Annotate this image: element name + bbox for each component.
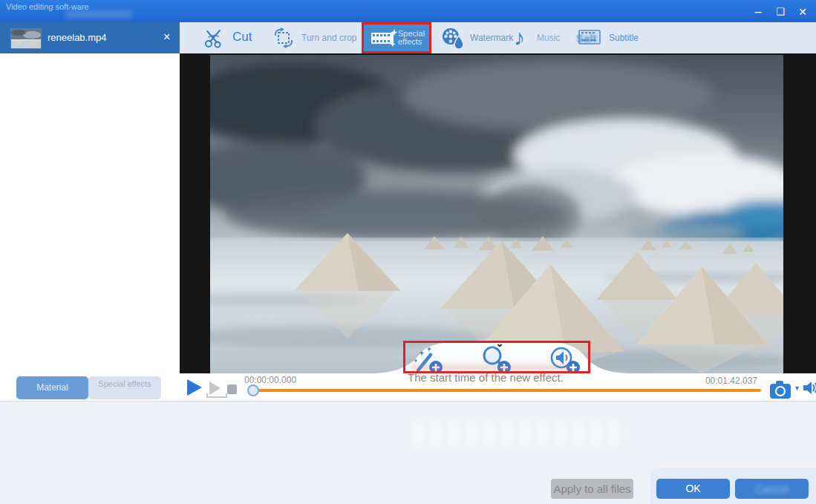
cancel-button[interactable]: Cancel xyxy=(735,479,809,499)
toolbar-item-label: Subtitle xyxy=(609,33,639,43)
title-blur-smudge xyxy=(65,11,132,19)
title-bar: Video editing soft-ware – ❑ ✕ xyxy=(0,0,816,22)
video-stage: ⌄ xyxy=(180,53,816,373)
toolbar-item-special-effects[interactable]: Special effects xyxy=(362,22,431,53)
blurred-ghost-text: Salt xyxy=(576,32,597,45)
sidebar: reneelab.mp4 × Material Special effects xyxy=(0,22,180,401)
music-note-icon: ♪ xyxy=(514,25,525,50)
snapshot-button[interactable] xyxy=(769,379,791,400)
effect-start-hint: The start time of the new effect. xyxy=(408,371,564,384)
toolbar-item-label: Cut xyxy=(232,30,252,45)
film-reel-drop-icon xyxy=(441,27,465,49)
ok-button[interactable]: OK xyxy=(656,479,730,499)
apply-to-all-files-button[interactable]: Apply to all files xyxy=(551,479,633,499)
toolbar-item-label: Watermark xyxy=(470,33,513,43)
toolbar-item-label: Music xyxy=(537,33,560,43)
snapshot-dropdown-caret[interactable]: ▼ xyxy=(794,384,800,392)
timeline-slider[interactable] xyxy=(251,389,761,392)
scissors-icon xyxy=(203,27,225,48)
main-toolbar: Cut Turn and crop xyxy=(180,22,816,53)
current-time: 00:00:00.000 xyxy=(244,375,296,385)
window-title: Video editing soft-ware xyxy=(6,2,94,11)
footer: Apply to all files OK Cancel xyxy=(0,401,816,504)
timeline-knob[interactable] xyxy=(247,384,259,396)
tab-special-effects[interactable]: Special effects xyxy=(88,376,161,399)
step-play-bracket xyxy=(206,393,227,398)
close-button[interactable]: ✕ xyxy=(793,4,812,19)
watermark-smudge xyxy=(412,421,627,446)
tab-material[interactable]: Material xyxy=(16,376,88,399)
stop-button[interactable] xyxy=(227,384,237,394)
toolbar-item-label: Special effects xyxy=(398,30,429,46)
video-preview xyxy=(210,55,783,373)
maximize-button[interactable]: ❑ xyxy=(771,4,790,19)
filmstrip-sparkle-icon xyxy=(370,29,398,48)
file-list-item[interactable]: reneelab.mp4 × xyxy=(0,22,180,53)
minimize-button[interactable]: – xyxy=(748,4,768,19)
crop-rotate-icon xyxy=(273,27,294,48)
video-thumbnail xyxy=(10,28,42,49)
file-close-icon[interactable]: × xyxy=(163,30,170,44)
total-time: 00:01:42.037 xyxy=(702,376,757,386)
cancel-button-label: Cancel xyxy=(756,483,789,495)
toolbar-item-label: Turn and crop xyxy=(301,33,356,43)
volume-icon[interactable] xyxy=(803,381,816,395)
play-button[interactable] xyxy=(187,379,202,396)
annotation-smudge xyxy=(411,364,572,371)
file-name: reneelab.mp4 xyxy=(48,32,107,43)
